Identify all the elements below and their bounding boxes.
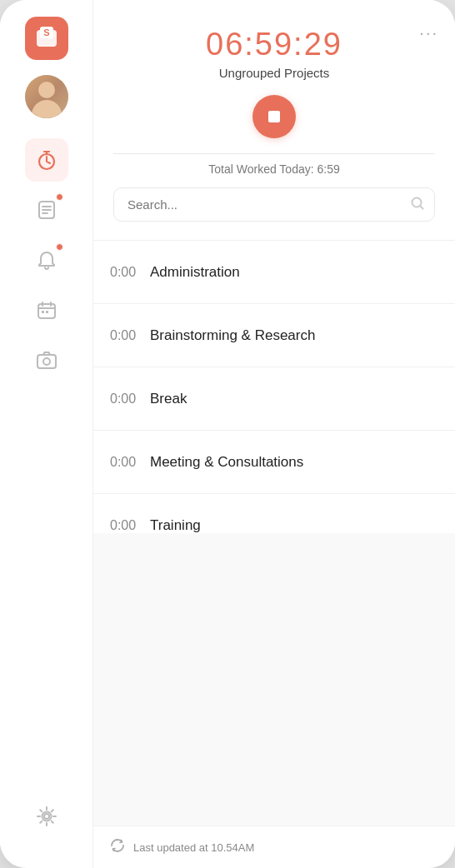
timer-project-name: Ungrouped Projects bbox=[219, 66, 330, 80]
project-name: Brainstorming & Research bbox=[150, 327, 438, 344]
project-item-break[interactable]: 0:00 Break bbox=[93, 367, 455, 431]
svg-rect-12 bbox=[268, 111, 280, 122]
more-options-icon[interactable]: ··· bbox=[419, 23, 438, 42]
project-name: Training bbox=[150, 517, 438, 534]
sidebar-item-notifications[interactable] bbox=[25, 238, 68, 282]
project-list: 0:00 Administration 0:00 Brainstorming &… bbox=[93, 241, 455, 533]
footer: Last updated at 10.54AM bbox=[93, 826, 455, 868]
svg-point-10 bbox=[44, 814, 49, 819]
project-time: 0:00 bbox=[110, 455, 150, 470]
sidebar-item-timer[interactable] bbox=[25, 138, 68, 182]
search-icon bbox=[410, 196, 425, 214]
divider bbox=[113, 153, 435, 154]
main-content: ··· 06:59:29 Ungrouped Projects Total Wo… bbox=[93, 0, 455, 868]
app-container: S bbox=[0, 0, 455, 868]
total-worked-label: Total Worked Today: 6:59 bbox=[208, 162, 339, 176]
sidebar-item-settings[interactable] bbox=[25, 795, 68, 838]
project-name: Meeting & Consultations bbox=[150, 454, 438, 471]
sidebar-item-calendar[interactable] bbox=[25, 288, 68, 332]
notifications-badge bbox=[56, 243, 63, 251]
svg-point-9 bbox=[43, 358, 50, 365]
avatar[interactable] bbox=[25, 75, 68, 118]
stop-button[interactable] bbox=[252, 95, 296, 138]
project-item-meeting[interactable]: 0:00 Meeting & Consultations bbox=[93, 431, 455, 494]
project-time: 0:00 bbox=[110, 392, 150, 407]
sidebar-nav bbox=[25, 138, 68, 795]
svg-text:S: S bbox=[43, 27, 49, 37]
refresh-icon[interactable] bbox=[110, 838, 125, 856]
project-item-administration[interactable]: 0:00 Administration bbox=[93, 241, 455, 304]
project-name: Break bbox=[150, 391, 438, 407]
search-input[interactable] bbox=[113, 187, 435, 222]
timer-section: 06:59:29 Ungrouped Projects Total Worked… bbox=[93, 0, 455, 241]
svg-rect-6 bbox=[42, 311, 44, 313]
project-item-brainstorming[interactable]: 0:00 Brainstorming & Research bbox=[93, 304, 455, 367]
project-time: 0:00 bbox=[110, 265, 150, 280]
project-item-training[interactable]: 0:00 Training bbox=[93, 494, 455, 533]
svg-rect-7 bbox=[46, 311, 48, 313]
search-bar bbox=[113, 187, 435, 222]
project-time: 0:00 bbox=[110, 328, 150, 343]
project-time: 0:00 bbox=[110, 518, 150, 533]
svg-rect-8 bbox=[38, 355, 56, 368]
timer-display: 06:59:29 bbox=[206, 27, 342, 62]
empty-area bbox=[93, 533, 455, 826]
project-name: Administration bbox=[150, 264, 438, 281]
tasks-badge bbox=[56, 193, 63, 201]
sidebar-item-tasks[interactable] bbox=[25, 188, 68, 232]
sidebar-item-camera[interactable] bbox=[25, 338, 68, 382]
app-logo[interactable]: S bbox=[25, 17, 68, 60]
last-updated-label: Last updated at 10.54AM bbox=[133, 841, 254, 854]
sidebar: S bbox=[0, 0, 93, 868]
